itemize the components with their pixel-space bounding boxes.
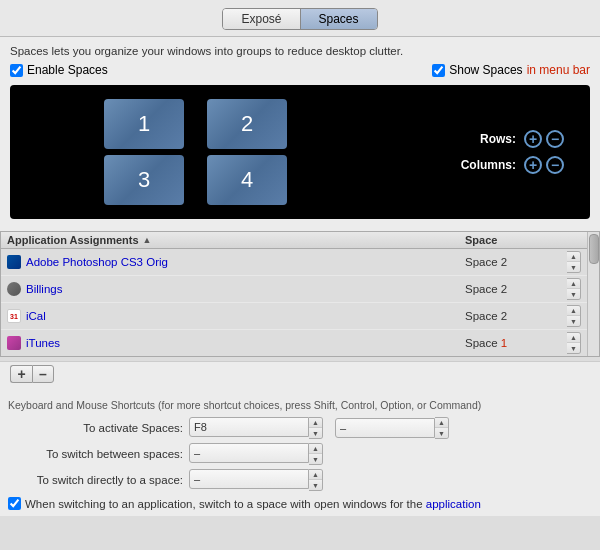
space-tile-3[interactable]: 3 bbox=[104, 155, 184, 205]
itunes-space-highlight: 1 bbox=[501, 337, 507, 349]
col-space-header: Space bbox=[461, 234, 581, 246]
add-button[interactable]: + bbox=[10, 365, 32, 383]
extra-stepper-up[interactable]: ▲ bbox=[435, 418, 448, 428]
table-row: iTunes Space 1 ▲ ▼ bbox=[1, 330, 587, 356]
table-row: 31 iCal Space 2 ▲ ▼ bbox=[1, 303, 587, 330]
rows-minus-button[interactable]: − bbox=[546, 130, 564, 148]
rows-plus-button[interactable]: + bbox=[524, 130, 542, 148]
app-cell-billings: Billings bbox=[7, 282, 461, 296]
space-value-billings: Space 2 bbox=[465, 283, 507, 295]
direct-space-select[interactable]: – bbox=[189, 469, 309, 489]
enable-spaces-label[interactable]: Enable Spaces bbox=[10, 63, 108, 77]
ps-stepper-up[interactable]: ▲ bbox=[567, 252, 580, 262]
direct-stepper[interactable]: ▲ ▼ bbox=[309, 469, 323, 491]
space-tile-2[interactable]: 2 bbox=[207, 99, 287, 149]
space-cell-billings: Space 2 ▲ ▼ bbox=[461, 278, 581, 300]
shortcuts-title: Keyboard and Mouse Shortcuts (for more s… bbox=[8, 399, 592, 411]
activate-spaces-stepper[interactable]: ▲ ▼ bbox=[309, 417, 323, 439]
show-in-menu-bar-prefix: Show Spaces bbox=[449, 63, 522, 77]
space-cell-itunes: Space 1 ▲ ▼ bbox=[461, 332, 581, 354]
switch-stepper-up[interactable]: ▲ bbox=[309, 444, 322, 454]
space-tile-1[interactable]: 1 bbox=[104, 99, 184, 149]
switch-stepper[interactable]: ▲ ▼ bbox=[309, 443, 323, 465]
direct-stepper-up[interactable]: ▲ bbox=[309, 470, 322, 480]
show-in-menu-bar-highlight: in menu bar bbox=[527, 63, 590, 77]
remove-button[interactable]: – bbox=[32, 365, 54, 383]
bottom-note-text: When switching to an application, switch… bbox=[25, 498, 481, 510]
checkboxes-row: Enable Spaces Show Spaces in menu bar bbox=[10, 63, 590, 77]
space-cell-ps: Space 2 ▲ ▼ bbox=[461, 251, 581, 273]
activate-extra-stepper[interactable]: ▲ ▼ bbox=[435, 417, 449, 439]
ps-icon bbox=[7, 255, 21, 269]
extra-stepper-down[interactable]: ▼ bbox=[435, 428, 448, 438]
billings-stepper-up[interactable]: ▲ bbox=[567, 279, 580, 289]
direct-space-label: To switch directly to a space: bbox=[8, 474, 183, 486]
shortcut-row-direct: To switch directly to a space: – ▲ ▼ bbox=[8, 469, 592, 491]
activate-stepper-down[interactable]: ▼ bbox=[309, 428, 322, 438]
scroll-thumb[interactable] bbox=[589, 234, 599, 264]
ps-stepper[interactable]: ▲ ▼ bbox=[567, 251, 581, 273]
ical-stepper-up[interactable]: ▲ bbox=[567, 306, 580, 316]
itunes-stepper-up[interactable]: ▲ bbox=[567, 333, 580, 343]
app-cell-ical: 31 iCal bbox=[7, 309, 461, 323]
billings-stepper[interactable]: ▲ ▼ bbox=[567, 278, 581, 300]
spaces-grid: 1 2 3 4 bbox=[104, 99, 304, 205]
itunes-stepper[interactable]: ▲ ▼ bbox=[567, 332, 581, 354]
rows-control-row: Rows: + − bbox=[480, 130, 564, 148]
shortcuts-section: Keyboard and Mouse Shortcuts (for more s… bbox=[0, 395, 600, 516]
space-value-ps: Space 2 bbox=[465, 256, 507, 268]
show-in-menu-bar-checkbox[interactable] bbox=[432, 64, 445, 77]
tab-bar: Exposé Spaces bbox=[0, 0, 600, 37]
activate-spaces-extra: – ▲ ▼ bbox=[335, 417, 449, 439]
tab-expose[interactable]: Exposé bbox=[223, 9, 300, 29]
app-cell-itunes: iTunes bbox=[7, 336, 461, 350]
space-value-ical: Space 2 bbox=[465, 310, 507, 322]
tab-group: Exposé Spaces bbox=[222, 8, 377, 30]
space-value-itunes: Space 1 bbox=[465, 337, 507, 349]
scrollbar[interactable] bbox=[587, 232, 599, 356]
activate-stepper-up[interactable]: ▲ bbox=[309, 418, 322, 428]
switch-stepper-down[interactable]: ▼ bbox=[309, 454, 322, 464]
switch-spaces-select[interactable]: – bbox=[189, 443, 309, 463]
columns-minus-button[interactable]: − bbox=[546, 156, 564, 174]
ical-stepper[interactable]: ▲ ▼ bbox=[567, 305, 581, 327]
space-tile-4[interactable]: 4 bbox=[207, 155, 287, 205]
enable-spaces-text: Enable Spaces bbox=[27, 63, 108, 77]
activate-spaces-extra-select[interactable]: – bbox=[335, 418, 435, 438]
activate-spaces-label: To activate Spaces: bbox=[8, 422, 183, 434]
bottom-checkbox[interactable] bbox=[8, 497, 21, 510]
enable-spaces-checkbox[interactable] bbox=[10, 64, 23, 77]
columns-label: Columns: bbox=[461, 158, 516, 172]
space-cell-ical: Space 2 ▲ ▼ bbox=[461, 305, 581, 327]
assignments-table: Application Assignments ▲ Space Adobe Ph… bbox=[0, 231, 600, 357]
tab-spaces[interactable]: Spaces bbox=[301, 9, 377, 29]
table-inner: Application Assignments ▲ Space Adobe Ph… bbox=[1, 232, 587, 356]
col-app-header: Application Assignments ▲ bbox=[7, 234, 461, 246]
add-remove-section: + – bbox=[0, 361, 600, 395]
activate-spaces-select[interactable]: F8 bbox=[189, 417, 309, 437]
bottom-note: When switching to an application, switch… bbox=[8, 497, 592, 510]
columns-control-row: Columns: + − bbox=[461, 156, 564, 174]
switch-spaces-select-group: – ▲ ▼ bbox=[189, 443, 323, 465]
table-row: Billings Space 2 ▲ ▼ bbox=[1, 276, 587, 303]
app-name-ps: Adobe Photoshop CS3 Orig bbox=[26, 256, 168, 268]
bottom-note-highlight: application bbox=[426, 498, 481, 510]
billings-icon bbox=[7, 282, 21, 296]
show-in-menu-bar-label[interactable]: Show Spaces in menu bar bbox=[432, 63, 590, 77]
direct-stepper-down[interactable]: ▼ bbox=[309, 480, 322, 490]
itunes-stepper-down[interactable]: ▼ bbox=[567, 343, 580, 353]
columns-plus-button[interactable]: + bbox=[524, 156, 542, 174]
ical-icon: 31 bbox=[7, 309, 21, 323]
add-remove-row: + – bbox=[10, 365, 590, 383]
ical-stepper-down[interactable]: ▼ bbox=[567, 316, 580, 326]
direct-space-select-group: – ▲ ▼ bbox=[189, 469, 323, 491]
sort-arrow: ▲ bbox=[143, 235, 152, 245]
rows-label: Rows: bbox=[480, 132, 516, 146]
activate-spaces-select-group: F8 ▲ ▼ bbox=[189, 417, 323, 439]
table-header: Application Assignments ▲ Space bbox=[1, 232, 587, 249]
switch-spaces-label: To switch between spaces: bbox=[8, 448, 183, 460]
app-cell-ps: Adobe Photoshop CS3 Orig bbox=[7, 255, 461, 269]
billings-stepper-down[interactable]: ▼ bbox=[567, 289, 580, 299]
ps-stepper-down[interactable]: ▼ bbox=[567, 262, 580, 272]
itunes-icon bbox=[7, 336, 21, 350]
